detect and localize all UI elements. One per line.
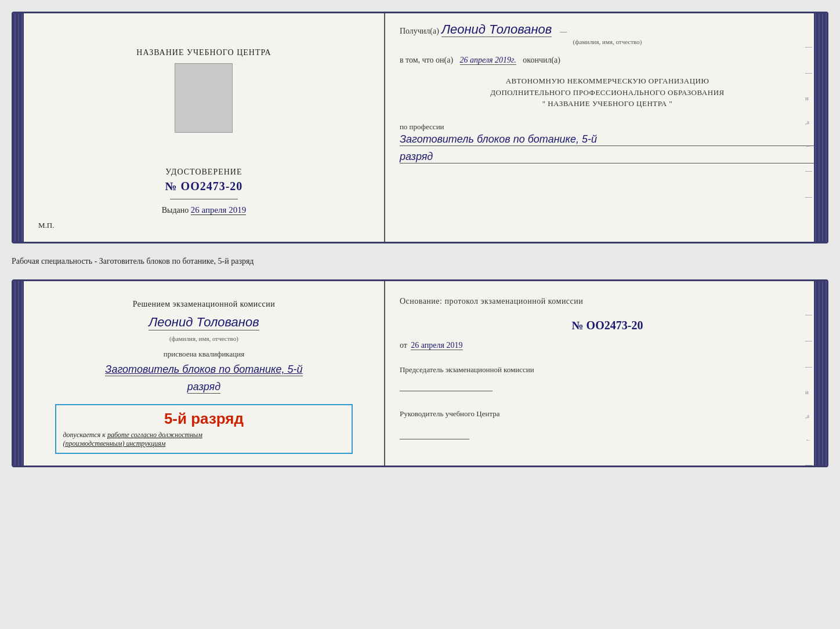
qual-person-name: Леонид Толованов	[149, 315, 259, 330]
cert-number: № OO2473-20	[162, 180, 247, 193]
stamp-work: работе согласно должностным	[107, 431, 202, 439]
director-block: Руководитель учебного Центра	[400, 409, 815, 439]
separator-text: Рабочая специальность - Заготовитель бло…	[12, 254, 828, 269]
page-wrapper: НАЗВАНИЕ УЧЕБНОГО ЦЕНТРА УДОСТОВЕРЕНИЕ №…	[12, 12, 828, 467]
chairman-title: Председатель экзаменационной комиссии	[400, 365, 815, 375]
certified-prefix: в том, что он(а)	[400, 56, 453, 64]
director-signature-line	[400, 428, 469, 439]
stamp-instructions: (производственным) инструкциям	[63, 439, 166, 448]
chairman-signature-line	[400, 380, 493, 391]
qual-rank: разряд	[187, 381, 220, 394]
mark3: и	[805, 94, 812, 101]
fio-caption: (фамилия, имя, отчество)	[400, 38, 815, 45]
decision-title: Решением экзаменационной комиссии	[133, 299, 276, 310]
recipient-name: Леонид Толованов	[441, 22, 552, 37]
org-line2: ДОПОЛНИТЕЛЬНОГО ПРОФЕССИОНАЛЬНОГО ОБРАЗО…	[400, 87, 815, 99]
date-prefix: от	[400, 341, 407, 350]
cert-left-panel: НАЗВАНИЕ УЧЕБНОГО ЦЕНТРА УДОСТОВЕРЕНИЕ №…	[24, 13, 385, 242]
recipient-line: Получил(а) Леонид Толованов — (фамилия, …	[400, 22, 815, 45]
decorative-marks-bottom: — — — и ,а ← — — — —	[805, 310, 812, 467]
photo-placeholder	[175, 63, 233, 133]
mark2: —	[805, 68, 812, 77]
org-line1: АВТОНОМНУЮ НЕКОММЕРЧЕСКУЮ ОРГАНИЗАЦИЮ	[400, 75, 815, 87]
left-spine	[13, 13, 24, 242]
chairman-block: Председатель экзаменационной комиссии	[400, 365, 815, 391]
protocol-number: № OO2473-20	[400, 319, 815, 332]
qual-left-panel: Решением экзаменационной комиссии Леонид…	[24, 281, 385, 466]
cert-right-panel: Получил(а) Леонид Толованов — (фамилия, …	[385, 13, 827, 242]
cert-issued: Выдано 26 апреля 2019	[162, 205, 247, 215]
mark1: —	[805, 42, 812, 51]
qual-fio-caption: (фамилия, имя, отчество)	[169, 335, 238, 342]
qual-right-panel: Основание: протокол экзаменационной коми…	[385, 281, 827, 466]
rank-value: разряд	[400, 151, 815, 163]
received-prefix: Получил(а)	[400, 27, 439, 35]
director-title: Руководитель учебного Центра	[400, 409, 815, 419]
qual-profession: Заготовитель блоков по ботанике, 5-й	[105, 363, 302, 376]
mark7: —	[805, 192, 812, 201]
cert-label: УДОСТОВЕРЕНИЕ	[162, 168, 247, 177]
mark-b1: —	[805, 310, 812, 319]
issued-label: Выдано	[162, 206, 189, 214]
profession-block: по профессии Заготовитель блоков по бота…	[400, 115, 815, 163]
stamp-grade: 5-й разряд	[63, 410, 345, 428]
mark-b2: —	[805, 336, 812, 345]
right-spine-bottom	[814, 281, 827, 466]
certified-line: в том, что он(а) 26 апреля 2019г. окончи…	[400, 56, 815, 65]
mark-b5: ,а	[805, 413, 812, 419]
qual-assigned-label: присвоена квалификация	[164, 350, 244, 359]
mark-b4: и	[805, 388, 812, 395]
right-spine	[814, 13, 827, 242]
stamp-admitted: допускается к	[63, 431, 106, 439]
mark-b7: —	[805, 460, 812, 467]
left-spine-bottom	[13, 281, 24, 466]
profession-value: Заготовитель блоков по ботанике, 5-й	[400, 133, 815, 146]
mark-b6: ←	[805, 437, 812, 443]
mark5: ←	[805, 143, 812, 149]
mp-label: М.П.	[38, 221, 54, 230]
date-value: 26 апреля 2019	[411, 341, 462, 350]
profession-label: по профессии	[400, 122, 815, 132]
training-center-name: НАЗВАНИЕ УЧЕБНОГО ЦЕНТРА	[136, 48, 271, 57]
certified-date: 26 апреля 2019г.	[460, 56, 516, 65]
org-block: АВТОНОМНУЮ НЕКОММЕРЧЕСКУЮ ОРГАНИЗАЦИЮ ДО…	[400, 75, 815, 110]
certificate-document: НАЗВАНИЕ УЧЕБНОГО ЦЕНТРА УДОСТОВЕРЕНИЕ №…	[12, 12, 828, 243]
basis-label: Основание: протокол экзаменационной коми…	[400, 296, 815, 307]
protocol-date: от 26 апреля 2019	[400, 341, 815, 350]
org-line3: " НАЗВАНИЕ УЧЕБНОГО ЦЕНТРА "	[400, 98, 815, 110]
qualification-document: Решением экзаменационной комиссии Леонид…	[12, 279, 828, 467]
mark4: ,а	[805, 119, 812, 125]
stamp-text: допускается к работе согласно должностны…	[63, 431, 345, 448]
qual-stamp-box: 5-й разряд допускается к работе согласно…	[55, 404, 353, 454]
mark6: —	[805, 166, 812, 175]
decorative-marks: — — и ,а ← — —	[805, 42, 812, 201]
issued-date: 26 апреля 2019	[191, 205, 247, 215]
certified-suffix: окончил(а)	[523, 56, 560, 64]
mark-b3: —	[805, 362, 812, 371]
